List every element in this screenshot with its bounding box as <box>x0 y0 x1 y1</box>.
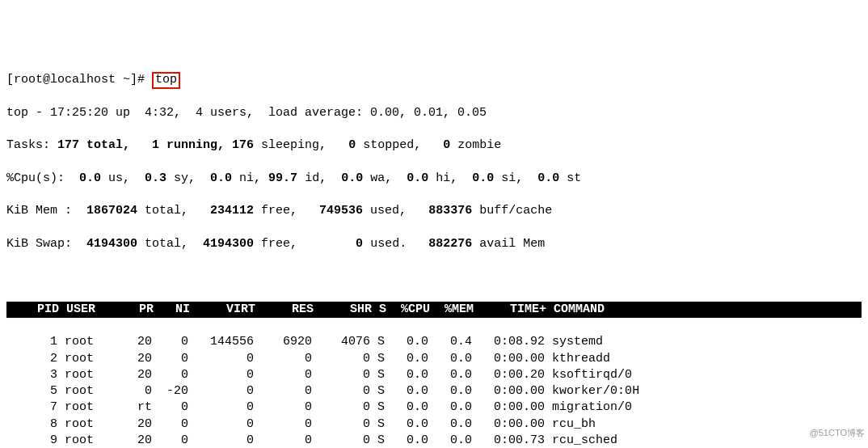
swap-free-s: free, <box>254 237 356 251</box>
mem-label: KiB Mem : <box>6 204 86 218</box>
cpu-sy: 0.3 <box>145 171 166 185</box>
cpu-id-s: id, <box>297 171 341 185</box>
cpu-ni-s: ni, <box>232 171 268 185</box>
swap-used: 0 <box>356 237 363 251</box>
command-highlight-box: top <box>152 72 180 89</box>
blank-line <box>6 268 862 285</box>
swap-free: 4194300 <box>203 237 254 251</box>
process-row[interactable]: 1 root 20 0 144556 6920 4076 S 0.0 0.4 0… <box>6 334 862 350</box>
tasks-stopped-suffix: stopped, <box>356 138 443 152</box>
cpu-si-s: si, <box>494 171 537 185</box>
cpu-sy-s: sy, <box>166 171 210 185</box>
mem-total: 1867024 <box>86 204 137 218</box>
mem-used-s: used, <box>363 204 428 218</box>
process-table-body[interactable]: 1 root 20 0 144556 6920 4076 S 0.0 0.4 0… <box>6 334 862 448</box>
tasks-zombie: 0 <box>443 138 450 152</box>
cpu-st-s: st <box>559 171 581 185</box>
summary-line-swap: KiB Swap: 4194300 total, 4194300 free, 0… <box>6 236 862 252</box>
summary-line-mem: KiB Mem : 1867024 total, 234112 free, 74… <box>6 203 862 219</box>
shell-prompt-line: [root@localhost ~]# top <box>6 72 862 89</box>
tasks-zombie-suffix: zombie <box>450 138 501 152</box>
mem-free-s: free, <box>254 204 319 218</box>
swap-total: 4194300 <box>86 237 137 251</box>
tasks-sleeping: 176 <box>232 138 254 152</box>
tasks-total: 177 total, <box>57 138 130 152</box>
cpu-st: 0.0 <box>537 171 559 185</box>
process-row[interactable]: 5 root 0 -20 0 0 0 S 0.0 0.0 0:00.00 kwo… <box>6 383 862 399</box>
summary-line-tasks: Tasks: 177 total, 1 running, 176 sleepin… <box>6 137 862 154</box>
cpu-hi: 0.0 <box>407 171 428 185</box>
swap-avail: 882276 <box>428 237 472 251</box>
cpu-ni: 0.0 <box>210 171 232 185</box>
tasks-label: Tasks: <box>6 138 57 152</box>
mem-buff: 883376 <box>428 204 472 218</box>
summary-line-uptime: top - 17:25:20 up 4:32, 4 users, load av… <box>6 105 862 121</box>
cpu-wa-s: wa, <box>363 171 407 185</box>
swap-label: KiB Swap: <box>6 237 86 251</box>
process-row[interactable]: 8 root 20 0 0 0 0 S 0.0 0.0 0:00.00 rcu_… <box>6 416 862 433</box>
mem-free: 234112 <box>210 204 254 218</box>
tasks-running: 1 running, <box>152 138 225 152</box>
swap-used-s: used. <box>363 237 428 251</box>
swap-avail-s: avail Mem <box>472 237 545 251</box>
process-table-header[interactable]: PID USER PR NI VIRT RES SHR S %CPU %MEM … <box>6 302 862 318</box>
process-row[interactable]: 9 root 20 0 0 0 0 S 0.0 0.0 0:00.73 rcu_… <box>6 433 862 448</box>
cpu-si: 0.0 <box>472 171 494 185</box>
cpu-hi-s: hi, <box>428 171 472 185</box>
mem-total-s: total, <box>137 204 210 218</box>
tasks-sleeping-suffix: sleeping, <box>254 138 348 152</box>
mem-buff-s: buff/cache <box>472 204 552 218</box>
mem-used: 749536 <box>319 204 363 218</box>
cpu-us: 0.0 <box>79 171 101 185</box>
process-row[interactable]: 7 root rt 0 0 0 0 S 0.0 0.0 0:00.00 migr… <box>6 399 862 416</box>
command-text: top <box>155 73 177 87</box>
watermark: @51CTO博客 <box>810 427 865 439</box>
cpu-us-s: us, <box>101 171 145 185</box>
cpu-id: 99.7 <box>268 171 297 185</box>
cpu-label: %Cpu(s): <box>6 171 79 185</box>
process-row[interactable]: 3 root 20 0 0 0 0 S 0.0 0.0 0:00.20 ksof… <box>6 367 862 383</box>
swap-total-s: total, <box>137 237 203 251</box>
tasks-stopped: 0 <box>348 138 356 152</box>
shell-prompt: [root@localhost ~]# <box>6 73 152 87</box>
cpu-wa: 0.0 <box>341 171 363 185</box>
summary-line-cpu: %Cpu(s): 0.0 us, 0.3 sy, 0.0 ni, 99.7 id… <box>6 171 862 187</box>
process-row[interactable]: 2 root 20 0 0 0 0 S 0.0 0.0 0:00.00 kthr… <box>6 351 862 367</box>
